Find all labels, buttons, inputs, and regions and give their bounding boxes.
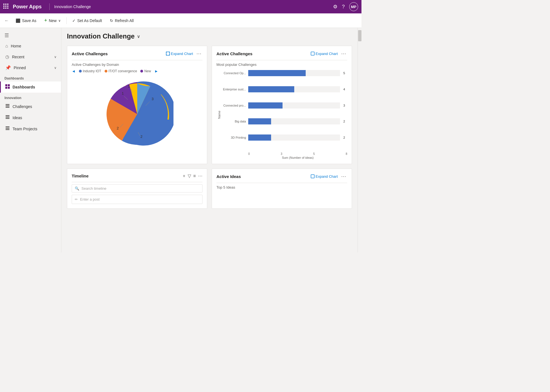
- tick-0: 0: [248, 152, 250, 155]
- svg-text:3: 3: [151, 97, 153, 101]
- set-default-button[interactable]: ✓ Set As Default: [69, 17, 105, 25]
- nav-right: ⚙ ? MP: [333, 2, 358, 11]
- bar-label-2: Connected pro...: [221, 104, 246, 107]
- search-icon: 🔍: [75, 186, 79, 191]
- chevron-down-icon-2: ∨: [54, 66, 57, 70]
- tick-1: 3: [281, 152, 282, 155]
- bar-chart-inner: Connected Op... 5 Enterprise sust... 4: [221, 70, 347, 159]
- page-heading: Innovation Challenge ∨: [67, 32, 352, 40]
- innovation-section-label: Innovation: [0, 93, 61, 101]
- svg-rect-14: [6, 105, 9, 106]
- sidebar-item-ideas[interactable]: Ideas: [0, 112, 61, 123]
- svg-rect-18: [6, 118, 9, 119]
- top-nav: Power Apps Innovation Challenge ⚙ ? MP: [0, 0, 361, 13]
- help-icon[interactable]: ?: [342, 4, 345, 10]
- bar-row-2: Connected pro... 3: [221, 102, 347, 109]
- refresh-all-button[interactable]: ↻ Refresh All: [107, 17, 137, 25]
- bar-label-1: Enterprise sust...: [221, 88, 246, 91]
- svg-rect-1: [5, 4, 6, 5]
- legend-dot-iot: [79, 70, 82, 73]
- bar-label-0: Connected Op...: [221, 71, 246, 75]
- ideas-icon: [5, 115, 10, 121]
- settings-icon[interactable]: ⚙: [333, 4, 337, 10]
- pie-divider: [72, 60, 202, 60]
- svg-rect-2: [7, 4, 8, 5]
- svg-rect-8: [7, 8, 8, 9]
- more-options-button-ideas[interactable]: ⋯: [340, 173, 347, 179]
- main-content: Innovation Challenge ∨ Active Challenges…: [61, 28, 358, 252]
- new-dropdown-icon[interactable]: ∨: [58, 19, 61, 23]
- waffle-icon[interactable]: [3, 4, 8, 10]
- challenges-icon: [5, 104, 10, 109]
- bar-x-axis-label: Sum (Number of ideas): [221, 156, 347, 159]
- edit-icon: ✏: [75, 197, 78, 201]
- scrollbar-track[interactable]: [358, 28, 361, 252]
- bar-track-0: [248, 70, 340, 76]
- svg-rect-0: [3, 4, 4, 5]
- svg-rect-21: [6, 129, 9, 130]
- bar-fill-3: [248, 118, 271, 124]
- hamburger-icon[interactable]: ☰: [0, 30, 61, 41]
- toolbar-separator: [66, 17, 67, 24]
- scrollbar-thumb[interactable]: [358, 30, 361, 41]
- bar-track-4: [248, 134, 340, 141]
- legend-dot-new: [140, 70, 143, 73]
- expand-chart-button-left[interactable]: Expand Chart: [166, 52, 193, 56]
- search-placeholder: Search timeline: [81, 186, 107, 191]
- timeline-search-box[interactable]: 🔍 Search timeline: [72, 184, 202, 193]
- svg-text:2: 2: [140, 134, 142, 139]
- bar-row-1: Enterprise sust... 4: [221, 86, 347, 92]
- new-button[interactable]: + New ∨: [41, 16, 64, 25]
- svg-rect-17: [6, 117, 9, 117]
- ideas-card-title: Active Ideas: [216, 174, 241, 179]
- sidebar: ☰ ⌂ Home ◷ Recent ∨ 📌 Pinned ∨ Dashboard…: [0, 28, 61, 252]
- bar-value-0: 5: [343, 71, 347, 75]
- avatar[interactable]: MP: [349, 2, 358, 11]
- bar-label-3: Big data: [221, 120, 246, 123]
- timeline-post-box[interactable]: ✏ Enter a post: [72, 195, 202, 204]
- svg-rect-19: [6, 126, 9, 127]
- expand-chart-button-ideas[interactable]: Expand Chart: [311, 174, 338, 179]
- bar-card-title: Active Challenges: [216, 51, 252, 56]
- svg-rect-34: [311, 175, 314, 178]
- svg-rect-11: [5, 87, 7, 89]
- sidebar-item-home[interactable]: ⌂ Home: [0, 41, 61, 51]
- sidebar-item-dashboards[interactable]: Dashboards: [0, 81, 61, 93]
- legend-prev[interactable]: ◄: [72, 69, 76, 73]
- save-as-button[interactable]: ⬛ Save As: [12, 17, 40, 25]
- pie-chart-title: Active Challenges by Domain: [72, 62, 202, 67]
- bar-chart-area: Name Connected Op... 5 Enterprise sust..…: [216, 70, 347, 159]
- timeline-sort-button[interactable]: ≡: [193, 174, 196, 179]
- more-options-button-right[interactable]: ⋯: [340, 50, 347, 57]
- sidebar-item-challenges[interactable]: Challenges: [0, 101, 61, 112]
- svg-rect-20: [6, 128, 9, 129]
- sidebar-item-pinned[interactable]: 📌 Pinned ∨: [0, 62, 61, 73]
- timeline-more-button[interactable]: ⋯: [198, 173, 202, 179]
- svg-rect-13: [6, 104, 9, 105]
- bar-chart-title: Most popular Challenges: [216, 62, 347, 67]
- active-challenges-pie-card: Active Challenges Expand Chart ⋯ Active …: [67, 46, 207, 164]
- ideas-divider: [216, 183, 347, 183]
- sidebar-item-recent[interactable]: ◷ Recent ∨: [0, 51, 61, 62]
- bar-row-0: Connected Op... 5: [221, 70, 347, 76]
- back-button[interactable]: ←: [4, 18, 9, 23]
- nav-page-title: Innovation Challenge: [54, 4, 91, 9]
- pie-chart-container: 3 2 1 1 2: [72, 78, 202, 150]
- timeline-filter-button[interactable]: ▽: [188, 173, 191, 179]
- sidebar-item-team-projects[interactable]: Team Projects: [0, 123, 61, 134]
- page-title-chevron[interactable]: ∨: [137, 34, 140, 39]
- legend-item-itot: IT/OT convergence: [105, 69, 137, 73]
- svg-text:1: 1: [128, 84, 130, 88]
- svg-rect-16: [6, 115, 9, 116]
- svg-rect-6: [3, 8, 4, 9]
- svg-rect-33: [311, 52, 314, 55]
- expand-chart-button-right[interactable]: Expand Chart: [311, 52, 338, 56]
- page-title: Innovation Challenge: [67, 32, 135, 40]
- timeline-header: Timeline + ▽ ≡ ⋯: [72, 173, 202, 179]
- bar-track-2: [248, 102, 340, 109]
- bar-track-3: [248, 118, 340, 124]
- legend-next[interactable]: ►: [154, 69, 158, 73]
- more-options-button-left[interactable]: ⋯: [195, 50, 202, 57]
- timeline-add-button[interactable]: +: [183, 174, 185, 179]
- ideas-chart-title: Top 5 Ideas: [216, 185, 347, 189]
